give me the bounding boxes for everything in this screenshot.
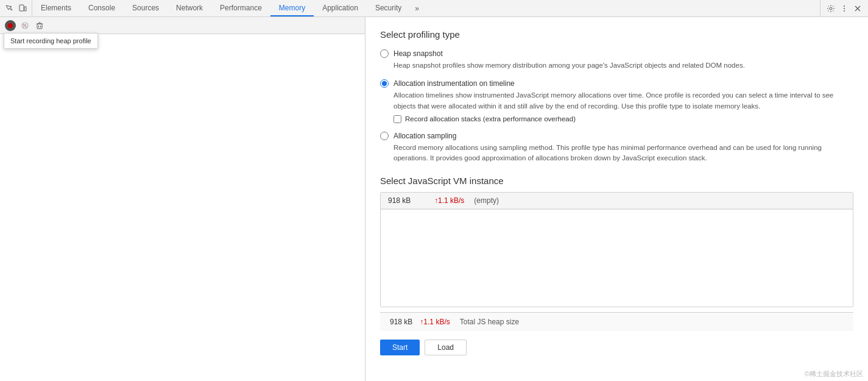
load-button[interactable]: Load: [425, 340, 467, 355]
allocation-stacks-row: Record allocation stacks (extra performa…: [393, 115, 853, 123]
inspect-icon[interactable]: [4, 3, 15, 14]
start-button[interactable]: Start: [380, 340, 420, 355]
record-button[interactable]: [5, 20, 16, 31]
watermark: ©稀土掘金技术社区: [800, 367, 868, 381]
allocation-sampling-desc: Record memory allocations using sampling…: [393, 143, 853, 164]
allocation-stacks-label: Record allocation stacks (extra performa…: [405, 115, 576, 123]
vm-section-title: Select JavaScript VM instance: [380, 176, 853, 186]
devtools-topbar: Elements Console Sources Network Perform…: [0, 0, 868, 17]
allocation-timeline-option: Allocation instrumentation on timeline A…: [380, 79, 853, 123]
clear-button[interactable]: [34, 20, 45, 31]
profiling-options: Heap snapshot Heap snapshot profiles sho…: [380, 49, 853, 163]
heap-snapshot-option: Heap snapshot Heap snapshot profiles sho…: [380, 49, 853, 71]
tab-performance[interactable]: Performance: [211, 0, 270, 16]
tab-elements[interactable]: Elements: [32, 0, 80, 16]
heap-snapshot-radio[interactable]: [380, 49, 389, 58]
devtools-tabs: Elements Console Sources Network Perform…: [32, 0, 820, 16]
vm-instance-table: 918 kB ↑1.1 kB/s (empty): [380, 192, 853, 307]
svg-point-2: [830, 7, 832, 10]
record-tooltip: Start recording heap profile: [4, 33, 98, 49]
device-icon[interactable]: [17, 3, 28, 14]
vm-instance-row[interactable]: 918 kB ↑1.1 kB/s (empty): [381, 193, 853, 209]
svg-rect-1: [24, 7, 26, 11]
svg-point-4: [844, 8, 845, 9]
heap-snapshot-desc: Heap snapshot profiles show memory distr…: [393, 60, 853, 71]
allocation-sampling-radio[interactable]: [380, 132, 389, 140]
close-icon[interactable]: [852, 3, 863, 14]
allocation-timeline-radio[interactable]: [380, 79, 389, 88]
profiling-type-title: Select profiling type: [380, 29, 853, 40]
heap-label: Total JS heap size: [460, 318, 519, 326]
tab-security[interactable]: Security: [367, 0, 410, 16]
tab-sources[interactable]: Sources: [124, 0, 168, 16]
tooltip-container: Start recording heap profile: [4, 33, 98, 49]
devtools-right-icons: [820, 0, 868, 16]
devtools-left-icons: [0, 0, 32, 16]
allocation-timeline-label: Allocation instrumentation on timeline: [393, 79, 515, 88]
main-layout: 开启定时器: [0, 17, 868, 381]
vm-rate: ↑1.1 kB/s: [434, 196, 464, 205]
vm-empty-area: [381, 209, 853, 307]
heap-snapshot-label: Heap snapshot: [393, 49, 443, 58]
tab-memory[interactable]: Memory: [270, 0, 314, 16]
svg-rect-0: [19, 5, 24, 11]
total-heap-size: 918 kB: [390, 318, 412, 326]
allocation-sampling-option: Allocation sampling Record memory alloca…: [380, 132, 853, 164]
tab-console[interactable]: Console: [80, 0, 124, 16]
action-buttons: Start Load: [380, 333, 853, 355]
vm-size: 918 kB: [388, 196, 425, 205]
left-panel: 开启定时器: [0, 17, 365, 381]
bottom-stats-bar: 918 kB ↑1.1 kB/s Total JS heap size: [380, 312, 853, 331]
svg-rect-10: [37, 24, 42, 29]
allocation-stacks-checkbox[interactable]: [393, 115, 401, 123]
allocation-timeline-desc: Allocation timelines show instrumented J…: [393, 90, 853, 112]
heap-rate: ↑1.1 kB/s: [420, 318, 450, 326]
right-panel: Select profiling type Heap snapshot Heap…: [365, 17, 868, 381]
allocation-sampling-label: Allocation sampling: [393, 132, 456, 140]
settings-icon[interactable]: [825, 3, 836, 14]
more-options-icon[interactable]: [839, 3, 850, 14]
svg-point-3: [844, 5, 845, 7]
tab-application[interactable]: Application: [314, 0, 367, 16]
stop-button[interactable]: [19, 20, 30, 31]
tab-network[interactable]: Network: [168, 0, 211, 16]
svg-point-5: [844, 10, 845, 12]
vm-name: (empty): [474, 196, 499, 205]
more-tabs-button[interactable]: »: [410, 0, 424, 16]
